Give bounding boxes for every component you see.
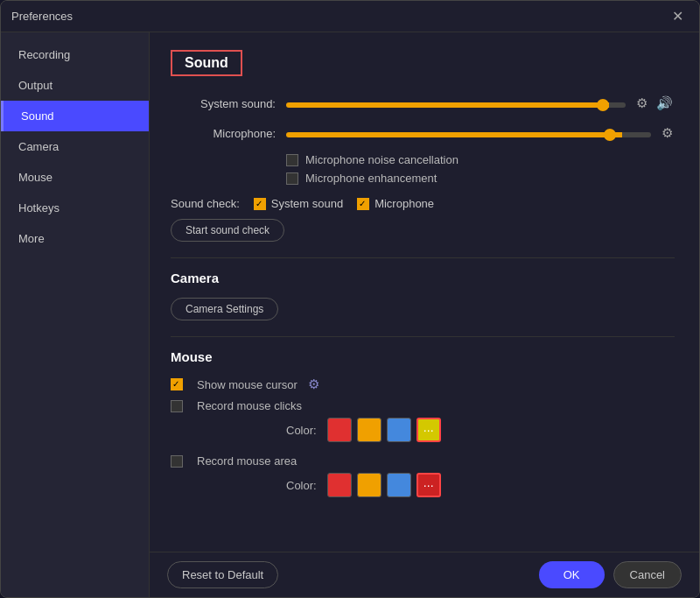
sound-section-title-box: Sound [171,50,242,76]
microphone-slider[interactable] [286,132,651,137]
area-color-label: Color: [286,479,317,492]
preferences-window: Preferences ✕ Recording Output Sound Cam… [0,0,700,598]
system-sound-volume-icon[interactable]: 🔊 [654,94,675,113]
system-sound-slider-wrapper [286,95,626,111]
show-cursor-checkbox[interactable] [171,378,183,390]
footer-right: OK Cancel [539,561,682,588]
reset-to-default-button[interactable]: Reset to Default [167,561,278,588]
sound-section-title: Sound [185,55,228,70]
show-cursor-gear-icon[interactable]: ⚙ [308,376,319,392]
sidebar-item-mouse[interactable]: Mouse [1,162,149,193]
start-check-wrapper: Start sound check [171,219,675,242]
microphone-check-option: Microphone [357,197,434,210]
system-sound-check-checkbox[interactable] [254,198,266,210]
start-sound-check-button[interactable]: Start sound check [171,219,284,242]
sidebar-item-more[interactable]: More [1,223,149,254]
clicks-color-blue[interactable] [387,418,411,442]
divider-1 [171,257,675,258]
titlebar: Preferences ✕ [1,1,699,32]
clicks-color-orange[interactable] [357,418,382,442]
record-clicks-checkbox[interactable] [171,400,183,412]
window-title: Preferences [11,10,73,23]
enhancement-row: Microphone enhancement [286,172,675,185]
clicks-color-label: Color: [286,424,317,437]
microphone-icons: ⚙ [660,123,675,143]
sidebar-item-sound[interactable]: Sound [1,101,149,131]
system-sound-row: System sound: ⚙ 🔊 [171,94,675,113]
system-sound-check-option: System sound [254,197,343,210]
noise-cancellation-checkbox[interactable] [286,154,298,166]
sound-check-row: Sound check: System sound Microphone [171,197,675,210]
microphone-row: Microphone: ⚙ [171,123,675,143]
mouse-section-heading: Mouse [171,349,675,364]
clicks-color-red[interactable] [327,418,352,442]
record-clicks-label: Record mouse clicks [197,399,302,412]
camera-section-heading: Camera [171,271,675,285]
close-button[interactable]: ✕ [667,6,689,26]
system-sound-check-label: System sound [271,197,343,210]
record-area-checkbox[interactable] [171,455,183,468]
sidebar: Recording Output Sound Camera Mouse Hotk… [1,32,150,597]
enhancement-checkbox[interactable] [286,172,298,185]
cancel-button[interactable]: Cancel [613,561,682,588]
clicks-color-yellow[interactable] [416,418,441,442]
sidebar-item-hotkeys[interactable]: Hotkeys [1,193,149,223]
microphone-check-checkbox[interactable] [357,198,369,210]
noise-cancellation-row: Microphone noise cancellation [286,153,675,166]
system-sound-icons: ⚙ 🔊 [634,94,675,113]
sidebar-item-recording[interactable]: Recording [1,39,149,70]
clicks-color-row: Color: [286,418,675,442]
microphone-check-label: Microphone [374,197,434,210]
main-scroll: Sound System sound: ⚙ 🔊 Microphone: [150,32,699,552]
camera-settings-wrapper: Camera Settings [171,298,675,320]
sidebar-item-output[interactable]: Output [1,70,149,101]
area-color-red[interactable] [327,473,352,497]
microphone-settings-icon[interactable]: ⚙ [660,123,675,143]
content-area: Recording Output Sound Camera Mouse Hotk… [1,32,699,597]
divider-2 [171,336,675,337]
enhancement-label: Microphone enhancement [305,172,437,185]
show-cursor-row: Show mouse cursor ⚙ [171,376,675,392]
record-area-row: Record mouse area [171,454,675,468]
area-color-orange[interactable] [357,473,382,497]
noise-cancellation-label: Microphone noise cancellation [305,153,458,166]
main-panel: Sound System sound: ⚙ 🔊 Microphone: [150,32,699,597]
microphone-slider-wrapper [286,125,651,141]
record-area-label: Record mouse area [197,454,297,468]
area-color-row: Color: [286,473,675,497]
system-sound-slider[interactable] [286,102,626,108]
system-sound-label: System sound: [171,97,276,110]
microphone-label: Microphone: [171,127,276,140]
ok-button[interactable]: OK [539,561,605,588]
show-cursor-label: Show mouse cursor [197,378,298,391]
sound-check-label: Sound check: [171,197,240,210]
record-clicks-row: Record mouse clicks [171,399,675,412]
area-color-more[interactable] [416,473,441,497]
system-sound-settings-icon[interactable]: ⚙ [634,94,649,113]
sidebar-item-camera[interactable]: Camera [1,131,149,162]
area-color-blue[interactable] [387,473,411,497]
camera-settings-button[interactable]: Camera Settings [171,298,278,320]
footer: Reset to Default OK Cancel [150,552,699,597]
